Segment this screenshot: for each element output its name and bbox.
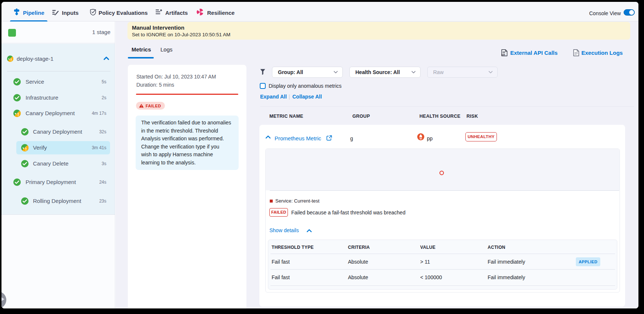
svg-text:API: API bbox=[501, 53, 505, 56]
